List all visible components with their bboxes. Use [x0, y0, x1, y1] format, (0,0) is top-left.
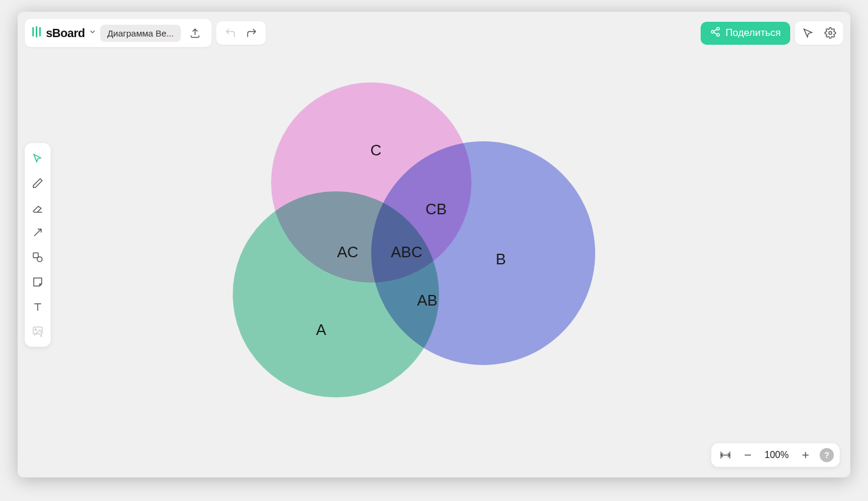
chevron-down-icon — [88, 28, 97, 38]
tool-text[interactable] — [27, 295, 48, 318]
redo-button[interactable] — [241, 22, 262, 44]
share-icon — [710, 26, 721, 40]
tool-shapes[interactable] — [27, 245, 48, 269]
undo-redo-group — [216, 21, 266, 45]
topbar: sBoard Диаграмма Ве... Поделиться — [25, 19, 843, 47]
venn-label-ab[interactable]: AB — [417, 291, 438, 310]
canvas[interactable]: CCBACABCBABA — [18, 12, 850, 477]
svg-point-4 — [717, 27, 720, 30]
tool-select[interactable] — [27, 147, 48, 170]
svg-rect-12 — [34, 253, 38, 257]
tool-pencil[interactable] — [27, 171, 48, 195]
venn-label-cb[interactable]: CB — [425, 200, 447, 218]
venn-label-b[interactable]: B — [496, 250, 506, 268]
zoom-in-button[interactable] — [797, 447, 814, 463]
share-button[interactable]: Поделиться — [701, 22, 790, 45]
venn-label-ac[interactable]: AC — [337, 243, 358, 261]
side-toolbar — [25, 143, 51, 347]
zoom-out-button[interactable] — [740, 447, 756, 463]
zoom-bar: 100% ? — [711, 443, 840, 467]
svg-rect-16 — [34, 327, 42, 334]
svg-point-13 — [37, 257, 42, 261]
app-window: sBoard Диаграмма Ве... Поделиться — [18, 12, 850, 477]
svg-line-7 — [714, 29, 717, 31]
tool-arrow[interactable] — [27, 221, 48, 244]
cursor-mode-icon[interactable] — [797, 22, 819, 44]
zoom-level: 100% — [762, 450, 791, 460]
brand-menu[interactable]: sBoard Диаграмма Ве... — [25, 19, 212, 47]
svg-point-17 — [35, 329, 37, 330]
svg-point-5 — [711, 30, 714, 33]
svg-point-6 — [717, 34, 720, 37]
upload-icon[interactable] — [184, 22, 206, 44]
svg-line-11 — [34, 229, 41, 236]
tool-eraser[interactable] — [27, 196, 48, 220]
undo-button[interactable] — [220, 22, 241, 44]
right-tools — [795, 21, 843, 45]
tool-image[interactable] — [27, 320, 48, 343]
svg-point-9 — [829, 32, 832, 35]
brand-logo-icon — [31, 26, 42, 40]
gear-icon[interactable] — [820, 22, 841, 44]
fit-width-icon[interactable] — [717, 447, 734, 463]
document-title[interactable]: Диаграмма Ве... — [100, 25, 181, 42]
svg-line-8 — [714, 32, 717, 34]
tool-sticky[interactable] — [27, 270, 48, 294]
help-button[interactable]: ? — [820, 448, 834, 462]
venn-label-c[interactable]: C — [371, 141, 382, 160]
venn-label-abc[interactable]: ABC — [391, 243, 422, 261]
brand-name: sBoard — [46, 26, 85, 40]
venn-circle-a[interactable] — [233, 191, 439, 397]
share-label: Поделиться — [725, 27, 781, 39]
venn-label-a[interactable]: A — [316, 321, 326, 339]
